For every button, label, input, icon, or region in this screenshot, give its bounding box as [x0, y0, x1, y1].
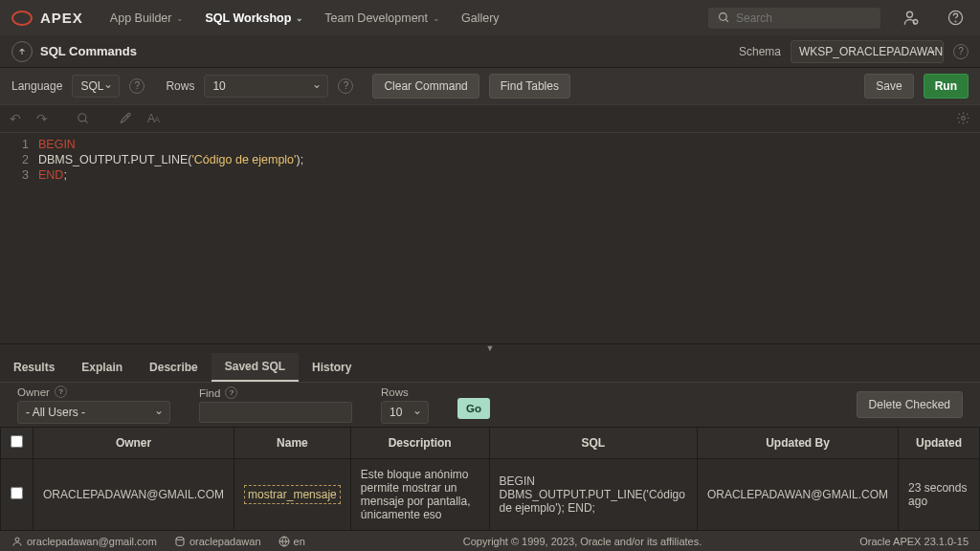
row-checkbox[interactable] [11, 487, 23, 499]
help-icon[interactable]: ? [55, 386, 67, 398]
filter-rows-label: Rows [381, 386, 409, 398]
code-content[interactable]: BEGIN DBMS_OUTPUT.PUT_LINE('Código de ej… [38, 137, 980, 340]
footer-language[interactable]: en [278, 536, 305, 547]
cell-updated: 23 seconds ago [899, 459, 980, 531]
schema-label: Schema [739, 45, 781, 58]
help-icon[interactable] [942, 5, 969, 32]
admin-icon[interactable] [898, 5, 924, 32]
svg-point-10 [176, 537, 184, 540]
schema-help-icon[interactable]: ? [953, 44, 969, 59]
search-code-icon[interactable] [77, 112, 90, 125]
tab-explain[interactable]: Explain [68, 353, 136, 383]
rows-select[interactable]: 10 [204, 75, 328, 98]
svg-point-2 [907, 11, 913, 17]
chevron-down-icon: ⌄ [176, 13, 184, 23]
cell-sql: BEGIN DBMS_OUTPUT.PUT_LINE('Código de ej… [489, 459, 697, 531]
col-updated[interactable]: Updated [899, 428, 980, 459]
editor-toolbar: ↶ ↷ AA [0, 104, 980, 133]
language-select[interactable]: SQL [72, 75, 120, 98]
svg-point-6 [78, 113, 86, 121]
col-sql[interactable]: SQL [489, 428, 697, 459]
filter-rows-select[interactable]: 10 [381, 401, 429, 424]
chevron-down-icon: ⌄ [433, 13, 440, 23]
owner-select[interactable]: - All Users - [17, 401, 170, 424]
top-navigation: APEX App Builder⌄ SQL Workshop⌄ Team Dev… [0, 0, 980, 35]
svg-point-0 [720, 13, 727, 21]
svg-line-7 [85, 120, 88, 122]
saved-sql-filters: Owner? - All Users - Find? Rows 10 Go De… [0, 383, 980, 427]
nav-team-development[interactable]: Team Development⌄ [324, 11, 440, 25]
nav-sql-workshop[interactable]: SQL Workshop⌄ [205, 11, 303, 25]
status-bar: oraclepadawan@gmail.com oraclepadawan en… [0, 531, 980, 551]
splitter-handle[interactable]: ▼ [0, 343, 980, 353]
redo-icon[interactable]: ↷ [36, 111, 48, 126]
nav-gallery[interactable]: Gallery [461, 11, 500, 25]
schema-select[interactable]: WKSP_ORACLEPADAWAN [791, 40, 944, 63]
clear-command-button[interactable]: Clear Command [372, 74, 479, 99]
search-icon [718, 11, 730, 24]
search-input[interactable] [736, 11, 871, 25]
schema-selector: Schema WKSP_ORACLEPADAWAN ? [739, 40, 969, 63]
command-toolbar: Language SQL ? Rows 10 ? Clear Command F… [0, 68, 980, 103]
footer-user[interactable]: oraclepadawan@gmail.com [11, 536, 157, 547]
rows-help-icon[interactable]: ? [338, 78, 353, 94]
sql-editor[interactable]: 123 BEGIN DBMS_OUTPUT.PUT_LINE('Código d… [0, 133, 980, 343]
table-row[interactable]: ORACLEPADAWAN@GMAIL.COM mostrar_mensaje … [1, 459, 980, 531]
svg-point-9 [15, 538, 19, 541]
main-nav: App Builder⌄ SQL Workshop⌄ Team Developm… [110, 11, 500, 25]
cell-description: Este bloque anónimo permite mostrar un m… [350, 459, 489, 531]
tab-results[interactable]: Results [0, 353, 68, 383]
language-help-icon[interactable]: ? [129, 78, 145, 94]
oracle-logo-icon [11, 11, 33, 26]
go-button[interactable]: Go [457, 398, 490, 419]
undo-icon[interactable]: ↶ [10, 111, 21, 126]
col-owner[interactable]: Owner [33, 428, 234, 459]
find-input[interactable] [199, 402, 352, 423]
help-icon[interactable]: ? [225, 386, 237, 399]
page-title: SQL Commands [40, 44, 137, 58]
brand-text: APEX [40, 10, 83, 26]
page-header: SQL Commands Schema WKSP_ORACLEPADAWAN ? [0, 35, 980, 68]
results-tabs: Results Explain Describe Saved SQL Histo… [0, 353, 980, 384]
select-all-checkbox[interactable] [11, 435, 23, 448]
svg-point-8 [962, 117, 966, 121]
tab-saved-sql[interactable]: Saved SQL [212, 353, 299, 383]
language-label: Language [11, 79, 62, 93]
settings-gear-icon[interactable] [956, 111, 970, 125]
cell-name-link[interactable]: mostrar_mensaje [244, 485, 341, 504]
col-description[interactable]: Description [350, 428, 489, 459]
tools-icon[interactable] [119, 112, 132, 125]
col-updated-by[interactable]: Updated By [697, 428, 898, 459]
back-button[interactable] [11, 41, 33, 62]
save-button[interactable]: Save [864, 74, 913, 99]
col-name[interactable]: Name [234, 428, 351, 459]
saved-sql-table: Owner Name Description SQL Updated By Up… [0, 427, 980, 531]
global-search[interactable] [708, 8, 880, 29]
delete-checked-button[interactable]: Delete Checked [857, 391, 963, 418]
line-gutter: 123 [0, 137, 38, 340]
cell-owner: ORACLEPADAWAN@GMAIL.COM [33, 459, 234, 531]
footer-workspace[interactable]: oraclepadawan [174, 536, 261, 547]
footer-version: Oracle APEX 23.1.0-15 [859, 536, 969, 547]
find-tables-button[interactable]: Find Tables [489, 74, 570, 99]
tab-history[interactable]: History [299, 353, 365, 383]
nav-app-builder[interactable]: App Builder⌄ [110, 11, 185, 25]
brand-logo[interactable]: APEX [11, 10, 83, 26]
owner-filter-label: Owner [17, 386, 50, 398]
run-button[interactable]: Run [924, 74, 969, 99]
footer-copyright: Copyright © 1999, 2023, Oracle and/or it… [323, 536, 842, 547]
rows-label: Rows [166, 79, 194, 93]
text-case-icon[interactable]: AA [147, 112, 159, 125]
svg-line-1 [725, 19, 728, 22]
svg-point-5 [955, 21, 956, 22]
find-filter-label: Find [199, 387, 220, 399]
chevron-down-icon: ⌄ [296, 13, 303, 23]
cell-updated-by: ORACLEPADAWAN@GMAIL.COM [697, 459, 898, 531]
tab-describe[interactable]: Describe [136, 353, 212, 383]
